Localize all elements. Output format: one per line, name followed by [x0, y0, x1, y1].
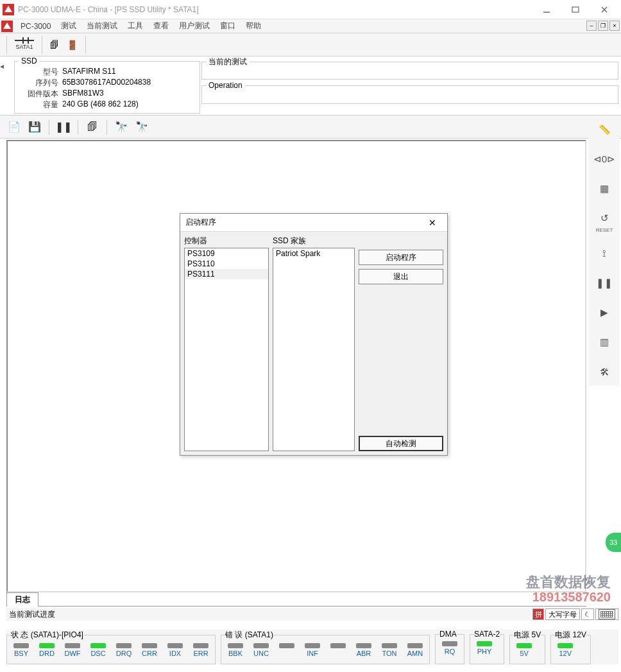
status-led: DSC: [88, 643, 108, 657]
led-label: TON: [382, 650, 396, 657]
menu-window[interactable]: 窗口: [215, 19, 241, 33]
status-strip: 状 态 (SATA1)-[PIO4]BSYDRDDWFDSCDRQCRRIDXE…: [6, 630, 618, 664]
auto-detect-button[interactable]: 自动检测: [359, 436, 443, 451]
status-group: 状 态 (SATA1)-[PIO4]BSYDRDDWFDSCDRQCRRIDXE…: [6, 630, 216, 664]
duplicate-button[interactable]: 🗐: [83, 118, 101, 136]
status-led: [328, 643, 348, 657]
play-icon[interactable]: ▶: [595, 304, 613, 322]
mdi-close-icon[interactable]: ×: [609, 21, 620, 31]
ime-mode-label[interactable]: 大写字母: [545, 608, 580, 620]
led-light: [516, 643, 532, 648]
controller-list[interactable]: PS3109PS3110PS3111: [184, 248, 269, 451]
minimize-button[interactable]: [532, 1, 561, 19]
led-light: [142, 643, 157, 648]
resistor-icon[interactable]: ⟟: [595, 245, 613, 263]
info-panel: ◂ SSD 型号SATAFIRM S11序列号65B3078617AD00204…: [0, 56, 621, 116]
menu-test[interactable]: 测试: [56, 19, 81, 33]
ssd-family-list[interactable]: Patriot Spark: [273, 248, 355, 451]
status-led: INF: [302, 643, 323, 657]
menu-pc3000[interactable]: PC-3000: [15, 21, 56, 32]
window-titlebar: PC-3000 UDMA-E - China - [PS SSD Utility…: [0, 0, 621, 19]
collapse-left-icon[interactable]: ◂: [0, 56, 8, 115]
find-button[interactable]: 🔭: [112, 118, 130, 136]
chip-icon[interactable]: ▦: [595, 180, 613, 198]
microchip-icon[interactable]: ▥: [595, 333, 613, 351]
ssd-family-item[interactable]: Patriot Spark: [273, 248, 354, 259]
log-tab[interactable]: 日志: [6, 592, 38, 607]
led-label: 5V: [520, 650, 529, 657]
menu-user-test[interactable]: 用户测试: [174, 19, 215, 33]
ssd-row-value: SATAFIRM S11: [62, 67, 196, 78]
green-badge[interactable]: 33: [606, 533, 621, 552]
led-label: ABR: [357, 650, 371, 657]
status-led: ERR: [191, 643, 211, 657]
led-light: [477, 641, 492, 646]
maximize-button[interactable]: [561, 1, 590, 19]
dialog-close-button[interactable]: ✕: [423, 215, 442, 230]
ruler-icon[interactable]: 📏: [595, 121, 613, 139]
dialog-title: 启动程序: [185, 217, 423, 228]
led-label: BSY: [14, 650, 28, 657]
binoculars-icon: 🔭: [115, 121, 128, 133]
vpause-button[interactable]: ❚❚: [595, 274, 613, 292]
controller-item[interactable]: PS3111: [185, 269, 268, 279]
led-light: [253, 643, 269, 648]
primary-toolbar: SATA1 🗐 🚪: [0, 33, 621, 56]
app-icon: [3, 4, 14, 15]
app-icon-small: [1, 21, 13, 32]
exit-button[interactable]: 🚪: [63, 39, 81, 51]
led-light: [356, 643, 371, 648]
menu-view[interactable]: 查看: [148, 19, 174, 33]
status-led: PHY: [474, 641, 495, 655]
save-icon: 💾: [28, 121, 41, 133]
new-doc-button[interactable]: 📄: [5, 118, 23, 136]
close-button[interactable]: [590, 1, 618, 19]
ssd-row-value: SBFM81W3: [62, 89, 196, 99]
led-light: [193, 643, 208, 648]
led-label: DSC: [90, 650, 105, 657]
led-label: DRQ: [116, 650, 132, 657]
exit-icon: 🚪: [67, 40, 78, 50]
progress-label: 当前测试进度: [9, 609, 55, 620]
save-button[interactable]: 💾: [26, 118, 44, 136]
ssd-legend: SSD: [19, 56, 40, 65]
ssd-family-header: SSD 家族: [273, 236, 355, 246]
menu-current-test[interactable]: 当前测试: [81, 19, 123, 33]
moon-icon[interactable]: ☾: [581, 608, 594, 620]
ssd-row-label: 容量: [19, 99, 58, 110]
led-label: 12V: [559, 650, 572, 657]
status-led: DWF: [62, 643, 83, 657]
led-light: [167, 643, 183, 648]
menu-help[interactable]: 帮助: [241, 19, 266, 33]
mdi-restore-icon[interactable]: ❐: [598, 21, 608, 31]
connector-icon[interactable]: ⊲0⊳: [595, 150, 613, 168]
led-label: DWF: [64, 650, 80, 657]
mdi-minimize-icon[interactable]: –: [586, 21, 597, 31]
keyboard-icon[interactable]: [595, 608, 618, 620]
led-label: PHY: [477, 648, 492, 655]
led-label: INF: [307, 650, 318, 657]
start-program-button[interactable]: 启动程序: [359, 250, 443, 265]
status-led: AMN: [405, 643, 425, 657]
status-led: TON: [379, 643, 400, 657]
menu-tools[interactable]: 工具: [123, 19, 148, 33]
status-led: 12V: [555, 643, 575, 657]
controller-item[interactable]: PS3110: [185, 259, 268, 269]
reset-button[interactable]: ↺: [595, 209, 613, 227]
status-group: DMARQ: [435, 630, 464, 664]
duplicate-icon: 🗐: [87, 121, 98, 133]
controller-item[interactable]: PS3109: [185, 248, 268, 259]
sata1-button[interactable]: SATA1: [11, 39, 38, 51]
status-group-title: 状 态 (SATA1)-[PIO4]: [11, 630, 83, 641]
ime-indicator-icon[interactable]: 拼: [532, 608, 544, 620]
find-next-button[interactable]: 🔭: [133, 118, 151, 136]
status-group-title: 电源 5V: [514, 630, 541, 641]
exit-dialog-button[interactable]: 退出: [359, 269, 443, 284]
copy-button[interactable]: 🗐: [46, 39, 63, 51]
status-led: 5V: [514, 643, 534, 657]
pause-icon: ❚❚: [55, 121, 72, 133]
ssd-row-label: 固件版本: [19, 89, 58, 99]
pause-button[interactable]: ❚❚: [55, 118, 72, 136]
status-led: DRQ: [114, 643, 134, 657]
tools-icon[interactable]: 🛠: [595, 363, 613, 381]
